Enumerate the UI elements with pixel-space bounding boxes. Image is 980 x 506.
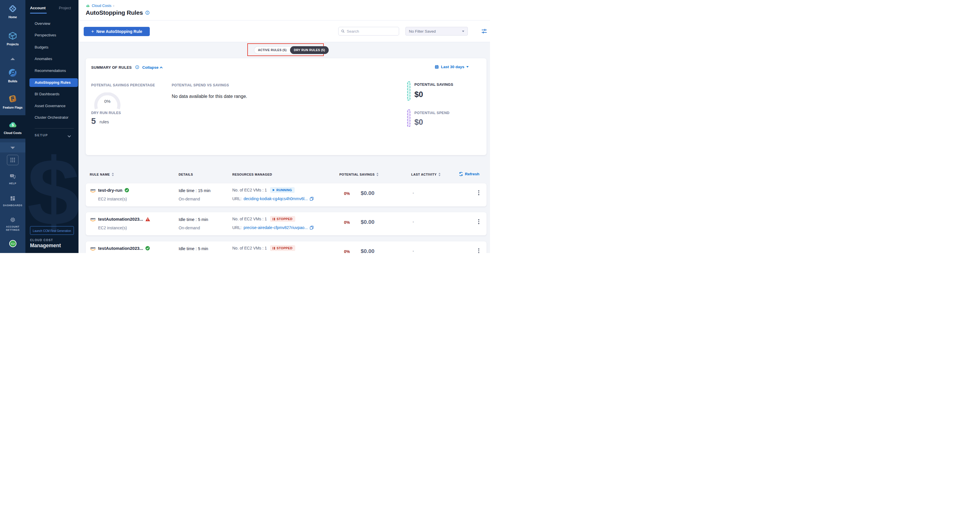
table-row[interactable]: aws testAutomation2023... EC2 instance(s…	[86, 212, 487, 235]
breadcrumb-cloud-costs[interactable]: Cloud Costs	[92, 4, 111, 8]
instance-type: EC2 instance(s)	[98, 225, 127, 230]
title-info-icon[interactable]	[145, 11, 150, 15]
idle-time: Idle time : 15 min	[179, 188, 210, 193]
svg-text:aws: aws	[90, 188, 95, 191]
sidebar-item-home[interactable]: Home	[0, 4, 25, 19]
sidenav-item-overview[interactable]: Overview	[35, 21, 50, 26]
sidenav-item-autostopping-rules[interactable]: AutoStopping Rules	[29, 78, 78, 87]
vm-count: No. of EC2 VMs : 1	[232, 188, 267, 192]
rule-url-link[interactable]: deciding-kodiak-cg4qcs4h0mmv6l...	[243, 196, 308, 201]
dry-run-count: 5	[91, 117, 96, 126]
launch-ccm-first-gen-button[interactable]: Launch CCM First Generation	[30, 226, 74, 235]
sidenav-item-budgets[interactable]: Budgets	[35, 45, 48, 49]
url-label: URL:	[232, 225, 242, 230]
sidebar-item-builds-label: Builds	[0, 80, 25, 83]
rail-collapse-down[interactable]	[0, 145, 25, 150]
gear-icon	[10, 217, 16, 223]
sidebar-item-projects[interactable]: Projects	[0, 31, 25, 46]
fulfilment-plan: On-demand	[179, 197, 200, 201]
row-menu-button[interactable]	[476, 248, 482, 253]
chevron-down-icon	[10, 147, 15, 149]
rule-name[interactable]: testAutomation2023...	[98, 217, 143, 222]
rule-name[interactable]: testAutomation2023...	[98, 246, 143, 251]
column-header-potential-savings[interactable]: POTENTIAL SAVINGS	[339, 173, 379, 176]
date-range-caret-icon	[466, 66, 469, 68]
cloud-costs-icon: $	[8, 120, 18, 129]
sidenav-item-perspectives[interactable]: Perspectives	[35, 33, 56, 37]
user-avatar[interactable]: CJ	[9, 240, 16, 247]
tab-account-underline	[30, 13, 47, 14]
sidenav-item-anomalies[interactable]: Anomalies	[35, 57, 52, 61]
table-row[interactable]: aws test-dry-run EC2 instance(s) Idle ti…	[86, 184, 487, 206]
sort-icon	[112, 173, 114, 176]
collapse-chevron-icon	[160, 66, 163, 69]
refresh-button[interactable]: Refresh	[459, 172, 479, 176]
tab-dry-run-rules[interactable]: DRY RUN RULES (5)	[290, 46, 329, 54]
last-activity-value: -	[410, 249, 416, 253]
gauge-value: 0%	[94, 99, 121, 104]
rail-collapse-up[interactable]	[0, 56, 25, 61]
avatar-initials: CJ	[11, 242, 15, 245]
column-header-last-activity[interactable]: LAST ACTIVITY	[411, 173, 441, 176]
potential-spend-bar	[407, 109, 410, 127]
chevron-up-icon	[10, 58, 15, 60]
savings-percentage: 0%	[340, 249, 354, 253]
collapse-label: Collapse	[142, 65, 158, 70]
sidebar-item-feature-flags[interactable]: Feature Flags	[0, 94, 25, 109]
row-menu-button[interactable]	[476, 190, 482, 199]
sidenav-item-bi-dashboards[interactable]: BI Dashboards	[35, 92, 59, 96]
sidenav-divider	[35, 128, 74, 129]
status-badge: STOPPED	[270, 245, 295, 251]
new-autostopping-rule-button[interactable]: + New AutoStopping Rule	[84, 27, 150, 36]
search-input[interactable]	[347, 29, 396, 34]
feature-flags-icon	[8, 94, 18, 104]
breadcrumb-separator: ›	[113, 4, 114, 8]
sidenav-item-recommendations[interactable]: Recommendations	[35, 69, 66, 73]
brand-name: Management	[30, 243, 61, 249]
brand-eyebrow: CLOUD COST	[30, 239, 53, 242]
copy-icon[interactable]	[310, 197, 314, 201]
potential-savings-value: $0	[414, 90, 423, 99]
collapse-toggle[interactable]: Collapse	[142, 65, 162, 70]
dashboards-icon	[10, 195, 16, 201]
tab-active-rules[interactable]: ACTIVE RULES (5)	[254, 46, 290, 54]
copy-icon[interactable]	[310, 225, 314, 230]
cloud-costs-breadcrumb-icon: $	[86, 3, 90, 8]
sidebar-item-help[interactable]: ? HELP	[0, 173, 25, 185]
breadcrumb: $ Cloud Costs ›	[86, 3, 114, 8]
rule-name[interactable]: test-dry-run	[98, 188, 123, 193]
sidebar-item-account-settings[interactable]: ACCOUNT SETTINGS	[0, 217, 25, 232]
success-icon	[145, 246, 150, 251]
sidenav-setup[interactable]: SETUP	[35, 133, 48, 137]
builds-icon	[8, 68, 18, 77]
dry-run-unit: rules	[100, 119, 109, 124]
sidenav-item-cluster-orchestrator[interactable]: Cluster Orchestrator	[35, 115, 68, 120]
filter-panel-button[interactable]	[480, 27, 488, 35]
savings-amount: $0.00	[361, 219, 375, 225]
sidebar-item-builds[interactable]: Builds	[0, 68, 25, 83]
tab-account[interactable]: Account	[30, 6, 46, 10]
date-range-selector[interactable]: Last 30 days	[434, 65, 469, 69]
setup-chevron-down-icon[interactable]	[67, 134, 71, 137]
aws-icon: aws	[89, 246, 96, 252]
savings-amount: $0.00	[361, 248, 375, 253]
row-menu-button[interactable]	[476, 219, 482, 228]
sidebar-item-cloud-costs[interactable]: $ Cloud Costs	[0, 120, 25, 134]
summary-info-icon[interactable]	[135, 65, 139, 69]
new-autostopping-rule-label: New AutoStopping Rule	[96, 29, 142, 34]
success-icon	[125, 188, 129, 192]
sidebar-item-dashboards[interactable]: DASHBOARDS	[0, 195, 25, 207]
projects-icon	[8, 31, 18, 40]
rule-url-link[interactable]: precise-airedale-cfpmv827riuvpao...	[243, 225, 308, 230]
column-header-resources: RESOURCES MANAGED	[232, 173, 272, 176]
sidebar-item-feature-flags-label: Feature Flags	[0, 106, 25, 109]
module-picker-button[interactable]	[7, 155, 19, 165]
column-header-rule-name[interactable]: RULE NAME	[90, 173, 114, 176]
table-row[interactable]: aws testAutomation2023... Idle time : 5 …	[86, 241, 487, 253]
tab-project[interactable]: Project	[59, 6, 71, 10]
sidebar-item-cloud-costs-label: Cloud Costs	[0, 131, 25, 134]
toolbar: + New AutoStopping Rule No Filter Saved	[78, 21, 490, 42]
saved-filter-dropdown[interactable]: No Filter Saved	[406, 27, 468, 35]
sidenav-item-asset-governance[interactable]: Asset Governance	[35, 104, 65, 108]
idle-time: Idle time : 5 min	[179, 246, 208, 251]
